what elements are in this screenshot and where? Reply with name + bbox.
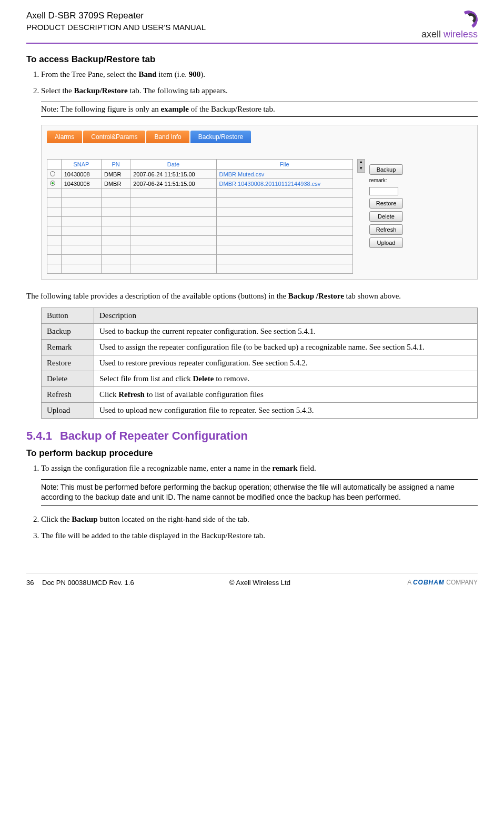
table-row-empty	[47, 226, 353, 236]
desc-row-restore: Restore Used to restore previous repeate…	[42, 355, 478, 371]
desc-header-row: Button Description	[42, 308, 478, 323]
radio-cell[interactable]	[47, 170, 62, 179]
s1b: remark	[273, 464, 298, 472]
radio-cell[interactable]	[47, 179, 62, 189]
s1post: field.	[298, 464, 316, 472]
step-1: From the Tree Pane, select the Band item…	[41, 69, 478, 80]
remark-input[interactable]	[369, 187, 398, 195]
backup-step-3: The file will be added to the table disp…	[41, 530, 478, 541]
b: Delete	[193, 374, 214, 383]
product-name: Axell D-SBR 3709S Repeater	[26, 11, 206, 21]
tab-alarms[interactable]: Alarms	[47, 131, 82, 143]
cell-date: 2007-06-24 11:51:15.00	[130, 170, 216, 179]
page-header: Axell D-SBR 3709S Repeater PRODUCT DESCR…	[26, 11, 478, 44]
table-row-empty	[47, 264, 353, 274]
step2-bold: Backup/Restore	[74, 86, 127, 95]
cell-file[interactable]: DMBR.10430008.20110112144938.csv	[216, 179, 352, 189]
footer-company: A COBHAM COMPANY	[290, 579, 478, 586]
table-row-empty	[47, 198, 353, 207]
scroll-up-icon[interactable]: ▲	[358, 160, 365, 166]
tab-backup-restore[interactable]: Backup/Restore	[190, 131, 251, 143]
s2post: button located on the right-hand side of…	[98, 515, 249, 523]
header-text: Axell D-SBR 3709S Repeater PRODUCT DESCR…	[26, 11, 206, 32]
radio-icon[interactable]	[50, 171, 55, 176]
backup-procedure-steps: To assign the configuration file a recog…	[41, 463, 478, 541]
note-backup-remark: Note: This must be performed before perf…	[41, 479, 478, 506]
desc-btn: Backup	[42, 323, 94, 339]
table-row-empty	[47, 217, 353, 226]
table-row-empty	[47, 236, 353, 245]
refresh-button[interactable]: Refresh	[369, 224, 404, 235]
b: Refresh	[118, 390, 145, 399]
col-snap: SNAP	[61, 160, 101, 170]
desc-row-remark: Remark Used to assign the repeater confi…	[42, 339, 478, 355]
cell-snap: 10430008	[61, 179, 101, 189]
desc-row-delete: Delete Select file from list and click D…	[42, 371, 478, 386]
table-row-empty	[47, 189, 353, 198]
note-pre: Note: The following figure is only an	[41, 105, 161, 113]
footer-doc-pn: Doc PN 00038UMCD Rev. 1.6	[42, 579, 229, 587]
tab-control-params[interactable]: Control&Params	[83, 131, 145, 143]
desc-text: Used to assign the repeater configuratio…	[94, 339, 478, 355]
step1-mid: item (i.e.	[157, 70, 189, 78]
fc-pre: A	[407, 579, 413, 586]
button-description-table: Button Description Backup Used to backup…	[41, 308, 478, 419]
backup-panel: SNAP PN Date File 10430008 DMBR 2007-06-…	[47, 159, 472, 274]
heading-num: 5.4.1	[26, 429, 52, 442]
table-row[interactable]: 10430008 DMBR 2007-06-24 11:51:15.00 DMB…	[47, 179, 353, 189]
upload-button[interactable]: Upload	[369, 237, 404, 248]
logo-text-1: axell	[421, 29, 441, 39]
desc-btn: Restore	[42, 355, 94, 371]
step1-text-pre: From the Tree Pane, select the	[41, 70, 138, 78]
remark-label: remark:	[369, 177, 404, 183]
note-bold: example	[161, 105, 189, 113]
t: Select file from list and click	[99, 374, 193, 383]
side-button-panel: Backup remark: Restore Delete Refresh Up…	[369, 164, 404, 248]
t2: to remove.	[214, 374, 249, 383]
col-file: File	[216, 160, 352, 170]
table-row[interactable]: 10430008 DMBR 2007-06-24 11:51:15.00 DMB…	[47, 170, 353, 179]
s2b: Backup	[72, 515, 97, 523]
cell-date: 2007-06-24 11:51:15.00	[130, 179, 216, 189]
desc-btn: Delete	[42, 371, 94, 386]
table-row-empty	[47, 245, 353, 255]
desc-row-upload: Upload Used to upload new configuration …	[42, 402, 478, 418]
cell-file[interactable]: DMBR.Muted.csv	[216, 170, 352, 179]
desc-row-refresh: Refresh Click Refresh to list of availab…	[42, 386, 478, 402]
desc-intro: The following table provides a descripti…	[26, 290, 478, 302]
desc-intro-bold: Backup /Restore	[288, 292, 344, 300]
delete-button[interactable]: Delete	[369, 211, 404, 222]
cell-pn: DMBR	[102, 179, 130, 189]
desc-row-backup: Backup Used to backup the current repeat…	[42, 323, 478, 339]
desc-intro-pre: The following table provides a descripti…	[26, 292, 288, 300]
desc-header-desc: Description	[94, 308, 478, 323]
radio-icon-selected[interactable]	[50, 181, 55, 186]
logo-swoosh-icon	[454, 11, 478, 29]
desc-text: Used to upload new configuration file to…	[94, 402, 478, 418]
col-radio	[47, 160, 62, 170]
restore-button[interactable]: Restore	[369, 198, 404, 209]
scroll-down-icon[interactable]: ▼	[358, 166, 365, 172]
fc-post: COMPANY	[445, 579, 478, 586]
footer-page-number: 36	[26, 579, 42, 587]
desc-btn: Remark	[42, 339, 94, 355]
col-pn: PN	[102, 160, 130, 170]
access-steps: From the Tree Pane, select the Band item…	[41, 69, 478, 96]
tab-band-info[interactable]: Band Info	[146, 131, 189, 143]
backup-button[interactable]: Backup	[369, 164, 404, 175]
backup-step-2: Click the Backup button located on the r…	[41, 514, 478, 525]
subheading-backup-procedure: To perform backup procedure	[26, 448, 478, 459]
step-2: Select the Backup/Restore tab. The follo…	[41, 85, 478, 96]
table-row-empty	[47, 207, 353, 217]
step1-post: ).	[200, 70, 205, 78]
tabs-row: Alarms Control&Params Band Info Backup/R…	[47, 131, 472, 143]
footer-copyright: © Axell Wireless Ltd	[229, 579, 290, 587]
scrollbar[interactable]: ▲ ▼	[357, 159, 365, 173]
desc-btn: Upload	[42, 402, 94, 418]
table-header-row: SNAP PN Date File	[47, 160, 353, 170]
desc-text: Click Refresh to list of available confi…	[94, 386, 478, 402]
s1pre: To assign the configuration file a recog…	[41, 464, 273, 472]
t: Click	[99, 390, 118, 399]
step1-bold1: Band	[138, 70, 156, 78]
desc-text: Select file from list and click Delete t…	[94, 371, 478, 386]
